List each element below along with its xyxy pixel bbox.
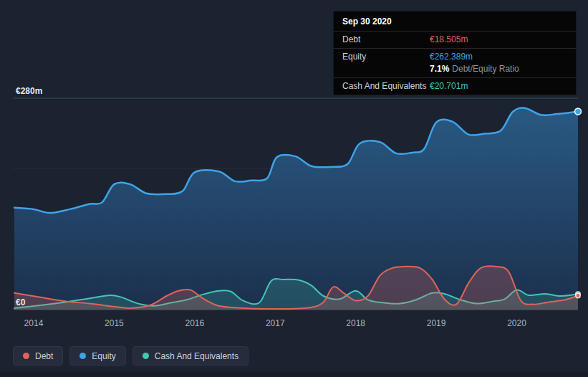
tooltip-equity-row: Equity €262.389m 7.1%Debt/Equity Ratio xyxy=(334,48,576,77)
tooltip-equity-label: Equity xyxy=(342,52,430,62)
x-axis-label: 2016 xyxy=(185,318,204,328)
y-axis-label: €0 xyxy=(16,297,25,307)
legend-item-cash[interactable]: Cash And Equivalents xyxy=(132,346,249,366)
equity-legend-dot-icon xyxy=(79,353,86,359)
tooltip-debt-equity-ratio: 7.1%Debt/Equity Ratio xyxy=(430,64,519,74)
tooltip-ratio-label: Debt/Equity Ratio xyxy=(452,64,519,74)
tooltip-ratio-value: 7.1% xyxy=(430,64,449,74)
debt-equity-history-chart: €280m€02014201520162017201820192020 Sep … xyxy=(0,0,588,377)
x-axis-label: 2020 xyxy=(507,318,526,328)
legend-item-equity[interactable]: Equity xyxy=(69,346,125,366)
tooltip-debt-row: Debt €18.505m xyxy=(334,31,576,48)
bottom-strip xyxy=(0,372,588,377)
cash-legend-dot-icon xyxy=(143,353,149,359)
y-axis-label: €280m xyxy=(16,86,42,96)
legend-item-debt[interactable]: Debt xyxy=(13,346,63,366)
x-axis-label: 2018 xyxy=(346,318,365,328)
debt-legend-dot-icon xyxy=(23,353,29,359)
tooltip-cash-label: Cash And Equivalents xyxy=(342,81,430,91)
x-axis-label: 2019 xyxy=(427,318,446,328)
tooltip-cash-value: €20.701m xyxy=(430,81,468,91)
chart-tooltip: Sep 30 2020 Debt €18.505m Equity €262.38… xyxy=(333,11,577,95)
tooltip-debt-value: €18.505m xyxy=(430,34,468,44)
x-axis-label: 2017 xyxy=(266,318,285,328)
tooltip-date: Sep 30 2020 xyxy=(334,11,576,31)
tooltip-cash-row: Cash And Equivalents €20.701m xyxy=(334,77,576,95)
legend-label-equity: Equity xyxy=(92,351,115,361)
legend-label-debt: Debt xyxy=(35,351,53,361)
x-axis-label: 2014 xyxy=(24,318,44,328)
chart-legend: Debt Equity Cash And Equivalents xyxy=(13,346,249,366)
legend-label-cash: Cash And Equivalents xyxy=(155,351,238,361)
tooltip-debt-label: Debt xyxy=(342,34,430,44)
x-axis-label: 2015 xyxy=(105,318,124,328)
tooltip-equity-value: €262.389m xyxy=(430,52,519,62)
